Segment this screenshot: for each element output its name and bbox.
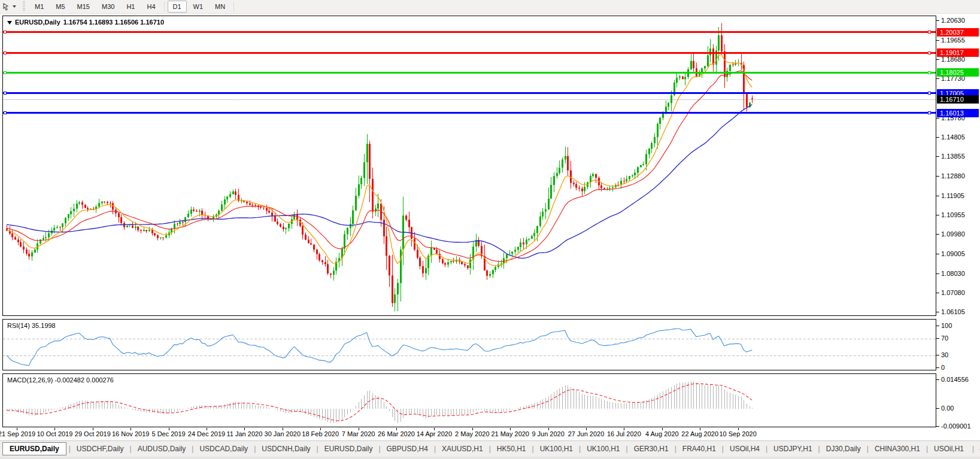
tab-fra40-h1-12[interactable]: FRA40,H1 xyxy=(677,442,721,455)
hline-resistance-1.19017[interactable] xyxy=(3,52,936,54)
tab-china300-h1-16[interactable]: CHINA300,H1 xyxy=(869,442,926,455)
macd-pane: MACD(12,26,9) -0.002482 0.000276 xyxy=(2,373,936,427)
chevron-down-icon xyxy=(13,5,16,8)
toolbar: M1M5M15M30H1H4D1W1MN xyxy=(0,0,980,14)
tab-usdcad-daily-3[interactable]: USDCAD,Daily xyxy=(194,442,253,455)
price-tick-label: 1.07080 xyxy=(941,289,965,296)
timeframe-h1[interactable]: H1 xyxy=(121,1,140,13)
price-tick-mark xyxy=(936,273,939,274)
tab-ger30-h1-11[interactable]: GER30,H1 xyxy=(629,442,674,455)
price-tick-mark xyxy=(936,20,939,21)
tab-xauusd-h1-7[interactable]: XAUUSD,H1 xyxy=(436,442,489,455)
price-tag-1.16013: 1.16013 xyxy=(937,109,979,117)
rsi-canvas[interactable] xyxy=(3,320,936,370)
tab-audusd-daily-2[interactable]: AUDUSD,Daily xyxy=(132,442,192,455)
tab-usdjpy-h1-14[interactable]: USDJPY,H1 xyxy=(768,442,817,455)
macd-scale-label: 0.014556 xyxy=(941,376,969,383)
date-tick-label: 18 Feb 2020 xyxy=(302,430,339,437)
rsi-name: RSI(14) xyxy=(7,322,30,329)
rsi-scale-label: 30 xyxy=(941,351,948,358)
rsi-scale-label: 100 xyxy=(941,322,952,329)
hline-handle[interactable] xyxy=(928,51,931,54)
tab-usdcnh-daily-4[interactable]: USDCNH,Daily xyxy=(256,442,315,455)
date-tick-label: 21 Sep 2019 xyxy=(0,430,35,437)
rsi-scale-label: 70 xyxy=(941,335,948,342)
macd-name: MACD(12,26,9) xyxy=(7,376,53,384)
chart-symbol-title: EURUSD,Daily xyxy=(15,19,60,26)
hline-resistance-1.20037[interactable] xyxy=(3,31,936,33)
timeframe-h4[interactable]: H4 xyxy=(141,1,160,13)
toolbar-separator xyxy=(164,2,165,11)
chart-dropdown-icon[interactable] xyxy=(7,21,12,25)
hline-handle[interactable] xyxy=(928,111,931,114)
hline-handle[interactable] xyxy=(4,92,7,95)
date-tick-label: 29 Oct 2019 xyxy=(75,430,111,437)
cursor-tool-icon xyxy=(3,3,11,11)
rsi-scale-tick xyxy=(936,326,939,326)
price-tick-label: 1.19655 xyxy=(941,37,965,44)
macd-scale-tick xyxy=(936,408,939,409)
tab-eurusd-daily-0[interactable]: EURUSD,Daily xyxy=(2,442,66,455)
macd-label: MACD(12,26,9) -0.002482 0.000276 xyxy=(7,376,114,384)
price-tick-mark xyxy=(936,59,939,60)
timeframe-m30[interactable]: M30 xyxy=(96,1,120,13)
tab-gbpusd-h4-6[interactable]: GBPUSD,H4 xyxy=(381,442,433,455)
hline-handle[interactable] xyxy=(928,71,931,74)
price-tick-mark xyxy=(936,78,939,79)
price-axis: 1.206301.196551.186801.177301.157801.148… xyxy=(936,16,980,428)
date-tick-label: 9 Jun 2020 xyxy=(532,430,564,437)
price-tag-1.20037: 1.20037 xyxy=(937,28,979,37)
hline-handle[interactable] xyxy=(928,31,931,34)
hline-handle[interactable] xyxy=(4,31,7,34)
price-tick-label: 1.14805 xyxy=(941,133,965,141)
price-tick-mark xyxy=(936,196,939,196)
price-tick-mark xyxy=(936,40,939,41)
price-tick-mark xyxy=(936,293,939,293)
timeframe-m5[interactable]: M5 xyxy=(50,1,70,13)
date-tick-label: 16 Nov 2019 xyxy=(112,430,149,437)
date-tick-label: 10 Sep 2020 xyxy=(719,430,756,437)
tab-usoil-h4-13[interactable]: USOil,H4 xyxy=(724,442,765,455)
chart-ohlc-values: 1.16754 1.16893 1.16506 1.16710 xyxy=(63,19,164,26)
price-tick-label: 1.13855 xyxy=(941,153,965,160)
tab-dj30-daily-15[interactable]: DJ30,Daily xyxy=(821,442,866,455)
hline-pivot-1.18025[interactable] xyxy=(3,72,936,74)
tab-uk100-h1-9[interactable]: UK100,H1 xyxy=(535,442,578,455)
timeframe-w1[interactable]: W1 xyxy=(188,1,209,13)
timeframe-m15[interactable]: M15 xyxy=(72,1,95,13)
tab-usoil-h1-17[interactable]: USOil,H1 xyxy=(929,442,969,455)
price-tick-label: 1.06105 xyxy=(941,308,965,315)
price-tick-mark xyxy=(936,215,939,215)
hline-support-1.16013[interactable] xyxy=(3,112,936,114)
price-tick-mark xyxy=(936,118,939,118)
toolbar-grip xyxy=(23,1,25,12)
price-tick-mark xyxy=(936,312,939,312)
rsi-pane: RSI(14) 35.1998 xyxy=(2,319,936,370)
rsi-value: 35.1998 xyxy=(32,322,56,329)
cursor-tool-button[interactable] xyxy=(1,2,18,11)
tab-scroll-arrows: |◂▸ xyxy=(972,445,980,453)
tab-eurusd-daily-5[interactable]: EURUSD,Daily xyxy=(319,442,378,455)
macd-canvas[interactable] xyxy=(3,374,936,427)
date-tick-label: 21 May 2020 xyxy=(491,430,529,437)
hline-handle[interactable] xyxy=(4,111,7,114)
date-tick-label: 14 Apr 2020 xyxy=(417,430,452,437)
macd-values: -0.002482 0.000276 xyxy=(54,376,113,384)
hline-handle[interactable] xyxy=(4,71,7,74)
rsi-label: RSI(14) 35.1998 xyxy=(7,322,56,329)
tab-separator: | xyxy=(972,445,975,453)
tab-uk100-h1-10[interactable]: UK100,H1 xyxy=(581,442,625,455)
timeframe-d1[interactable]: D1 xyxy=(168,1,187,13)
timeframe-m1[interactable]: M1 xyxy=(29,1,49,13)
tab-usdchf-daily-1[interactable]: USDCHF,Daily xyxy=(71,442,129,455)
hline-handle[interactable] xyxy=(928,92,931,95)
hline-support-1.17005[interactable] xyxy=(3,92,936,94)
timeframe-mn[interactable]: MN xyxy=(210,1,230,13)
tab-hk50-h1-8[interactable]: HK50,H1 xyxy=(491,442,532,455)
macd-scale-tick xyxy=(936,426,939,427)
price-tick-mark xyxy=(936,137,939,138)
chart-tabbar: EURUSD,Daily|USDCHF,Daily|AUDUSD,Daily|U… xyxy=(0,440,980,457)
price-tag-1.19017: 1.19017 xyxy=(937,48,979,57)
hline-handle[interactable] xyxy=(4,51,7,54)
rsi-scale-tick xyxy=(936,367,939,368)
